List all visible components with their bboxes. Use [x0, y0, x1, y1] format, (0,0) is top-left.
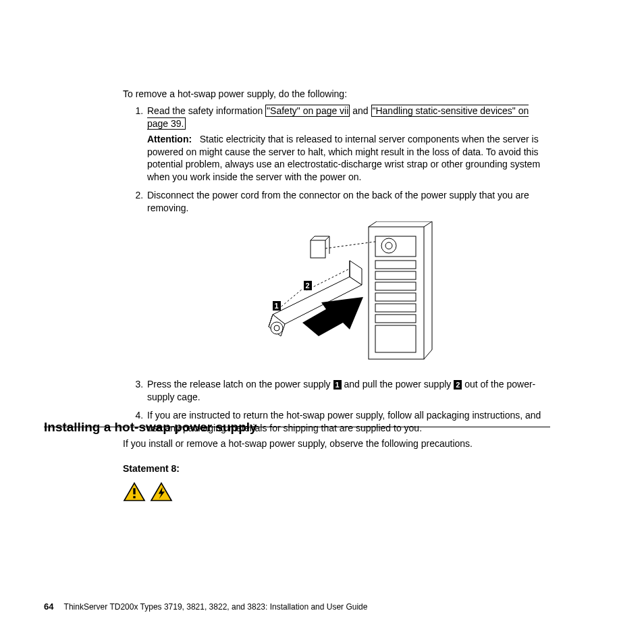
page-number: 64	[44, 601, 53, 612]
svg-rect-33	[133, 488, 135, 494]
svg-rect-12	[375, 315, 416, 323]
item1-pre: Read the safety information	[147, 105, 265, 116]
svg-point-22	[274, 325, 279, 331]
statement-label: Statement 8:	[123, 462, 544, 475]
list-item-3: Press the release latch on the power sup…	[146, 378, 548, 404]
callout-2: 2	[304, 281, 312, 290]
inline-callout-1: 1	[333, 380, 342, 390]
attention-block: Attention: Static electricity that is re…	[147, 133, 548, 184]
svg-line-26	[325, 236, 329, 240]
svg-line-2	[424, 221, 432, 227]
svg-rect-8	[375, 271, 416, 279]
svg-rect-13	[375, 325, 416, 352]
section-body: If you install or remove a hot-swap powe…	[123, 437, 544, 502]
svg-rect-34	[133, 496, 135, 498]
item3-pre: Press the release latch on the power sup…	[147, 379, 333, 390]
attention-label: Attention:	[147, 134, 192, 144]
svg-line-4	[424, 350, 432, 359]
figure-container: 1 2	[154, 221, 548, 370]
svg-rect-11	[375, 304, 416, 312]
item1-mid: and	[350, 105, 371, 116]
svg-rect-7	[375, 261, 416, 269]
footer-title: ThinkServer TD200x Types 3719, 3821, 382…	[64, 602, 368, 612]
svg-point-14	[381, 238, 396, 253]
caution-electrical-icon	[150, 482, 173, 502]
link-safety[interactable]: "Safety" on page vii	[265, 105, 350, 117]
svg-line-29	[325, 242, 375, 248]
attention-body: Static electricity that is released to i…	[147, 134, 540, 183]
caution-exclamation-icon	[123, 482, 146, 502]
intro-text: To remove a hot-swap power supply, do th…	[123, 88, 548, 101]
warning-icons	[123, 482, 544, 502]
svg-rect-9	[375, 282, 416, 290]
svg-line-1	[369, 221, 377, 227]
inline-callout-2: 2	[454, 380, 462, 390]
list-item-1: Read the safety information "Safety" on …	[146, 105, 548, 184]
item3-mid: and pull the power supply	[342, 379, 454, 390]
list-item-2: Disconnect the power cord from the conne…	[146, 189, 548, 370]
procedure-list: Read the safety information "Safety" on …	[123, 105, 548, 435]
section-heading: Installing a hot-swap power supply	[44, 420, 257, 435]
figure-illustration: 1 2	[248, 221, 454, 370]
content-block: To remove a hot-swap power supply, do th…	[123, 88, 548, 440]
svg-rect-10	[375, 293, 416, 301]
callout-1: 1	[273, 301, 281, 311]
item2-text: Disconnect the power cord from the conne…	[147, 190, 529, 213]
svg-rect-24	[311, 240, 325, 258]
section-intro: If you install or remove a hot-swap powe…	[123, 437, 544, 450]
page-footer: 64 ThinkServer TD200x Types 3719, 3821, …	[44, 601, 367, 612]
page: To remove a hot-swap power supply, do th…	[0, 0, 644, 644]
power-supply-removal-diagram	[248, 221, 454, 370]
svg-point-15	[385, 242, 392, 249]
svg-line-25	[311, 236, 315, 240]
